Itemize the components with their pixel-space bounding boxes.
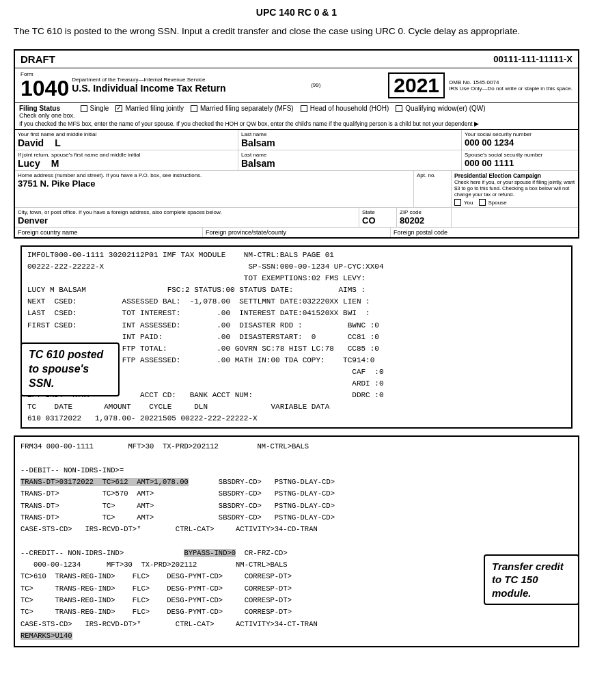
campaign-label: Presidential Election Campaign xyxy=(454,172,575,179)
transfer-callout: Transfer credit to TC 150 module. xyxy=(484,554,579,606)
taxpayer-last-label: Last name xyxy=(241,131,458,137)
city-value: Denver xyxy=(18,215,356,226)
filing-status-note: If you checked the MFS box, enter the na… xyxy=(19,120,574,127)
lower-section: Transfer credit to TC 150 module. FRM34 … xyxy=(14,435,579,647)
you-option: You xyxy=(454,199,473,206)
married-jointly-checkbox[interactable] xyxy=(115,105,122,112)
tax-year: 2021 xyxy=(388,72,445,98)
draft-label: DRAFT xyxy=(20,53,55,65)
taxpayer-last-name: Balsam xyxy=(241,137,458,148)
spouse-last-name: Balsam xyxy=(241,158,458,169)
you-checkbox[interactable] xyxy=(454,199,461,206)
hoh-checkbox[interactable] xyxy=(301,105,307,112)
taxpayer-first-name: David xyxy=(18,137,44,148)
qw-checkbox[interactable] xyxy=(396,105,402,112)
foreign-postal-label: Foreign postal code xyxy=(394,229,447,236)
ssn-display: 00111-111-11111-X xyxy=(493,54,573,64)
spouse-first-name: Lucy xyxy=(18,158,40,169)
married-separately-option: Married filing separately (MFS) xyxy=(191,105,294,112)
page-title: UPC 140 RC 0 & 1 xyxy=(14,7,579,18)
address-value: 3751 N. Pike Place xyxy=(18,178,411,189)
paren-label: (99) xyxy=(311,82,320,88)
state-label: State xyxy=(362,209,394,215)
instructions: The TC 610 is posted to the wrong SSN. I… xyxy=(14,25,579,38)
state-value: CO xyxy=(362,215,394,226)
married-jointly-option: Married filing jointly xyxy=(115,105,184,112)
qw-option: Qualifying widow(er) (QW) xyxy=(396,105,485,112)
irs-use-label: IRS Use Only—Do not write or staple in t… xyxy=(449,85,573,92)
married-separately-checkbox[interactable] xyxy=(191,105,197,112)
hoh-option: Head of household (HOH) xyxy=(301,105,389,112)
taxpayer-middle: L xyxy=(55,137,61,148)
foreign-province-label: Foreign province/state/county xyxy=(206,229,286,236)
address-label: Home address (number and street). If you… xyxy=(18,172,411,178)
zip-value: 80202 xyxy=(400,215,448,226)
spouse-name-label: If joint return, spouse's first name and… xyxy=(18,152,235,158)
imf-callout: TC 610 posted to spouse's SSN. xyxy=(20,342,120,396)
foreign-country-label: Foreign country name xyxy=(18,229,78,236)
omb-label: OMB No. 1545-0074 xyxy=(449,79,573,85)
taxpayer-ssn-label: Your social security number xyxy=(465,131,575,137)
spouse-checkbox[interactable] xyxy=(479,199,486,206)
spouse-ssn: 000 00 1111 xyxy=(465,158,575,168)
spouse-last-label: Last name xyxy=(241,152,458,158)
city-label: City, town, or post office. If you have … xyxy=(18,209,356,215)
zip-label: ZIP code xyxy=(400,209,448,215)
form-1040: DRAFT 00111-111-11111-X Form 1040 Depart… xyxy=(14,49,579,239)
form-number: 1040 xyxy=(20,77,69,99)
check-only-label: Check only one box. xyxy=(19,112,75,119)
apt-label: Apt. no. xyxy=(417,172,448,178)
filing-status-label: Filing Status xyxy=(19,105,60,112)
lower-section-content: FRM34 000-00-1111 MFT>30 TX-PRD>202112 N… xyxy=(20,441,573,642)
taxpayer-name-label: Your first name and middle initial xyxy=(18,131,235,137)
department-label: Department of the Treasury—Internal Reve… xyxy=(72,77,225,83)
imf-module-line-1: IMFOLT000-00-1111 30202112P01 IMF TAX MO… xyxy=(27,250,566,425)
imf-module: TC 610 posted to spouse's SSN. IMFOLT000… xyxy=(20,245,573,429)
form-subtitle: U.S. Individual Income Tax Return xyxy=(72,83,225,94)
spouse-ssn-label: Spouse's social security number xyxy=(465,152,575,158)
single-option: Single xyxy=(81,105,109,112)
taxpayer-ssn: 000 00 1234 xyxy=(465,137,575,148)
single-checkbox[interactable] xyxy=(81,105,87,112)
spouse-option: Spouse xyxy=(479,199,507,206)
spouse-middle: M xyxy=(51,158,59,169)
campaign-note: Check here if you, or your spouse if fil… xyxy=(454,179,575,198)
